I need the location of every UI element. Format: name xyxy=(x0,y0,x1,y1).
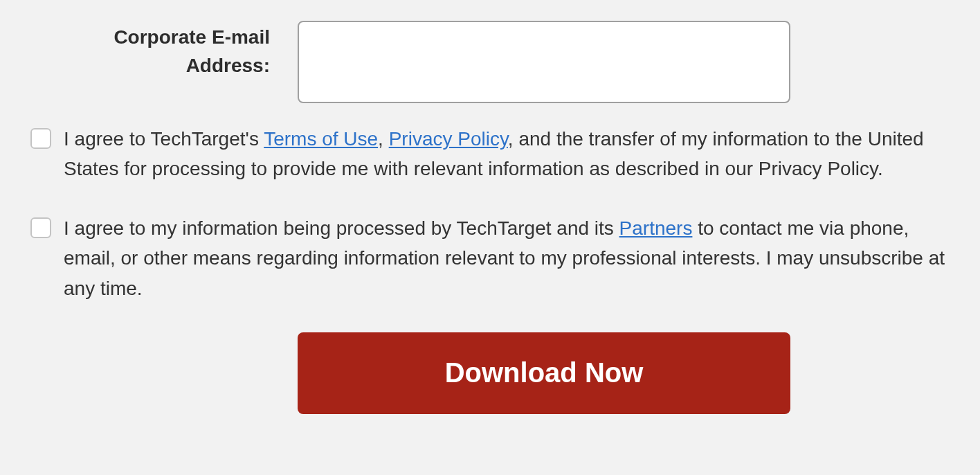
email-row: Corporate E-mail Address: xyxy=(30,21,950,103)
privacy-policy-link[interactable]: Privacy Policy xyxy=(389,128,508,150)
consent-terms-sep1: , xyxy=(378,128,389,150)
consent-terms-checkbox[interactable] xyxy=(30,128,51,149)
terms-of-use-link[interactable]: Terms of Use xyxy=(264,128,378,150)
email-label: Corporate E-mail Address: xyxy=(30,21,298,80)
email-input-wrapper xyxy=(298,21,790,103)
consent-partners-checkbox[interactable] xyxy=(30,217,51,238)
partners-link[interactable]: Partners xyxy=(619,217,693,239)
consent-terms-text: I agree to TechTarget's Terms of Use, Pr… xyxy=(64,124,950,184)
download-now-button[interactable]: Download Now xyxy=(298,332,790,414)
consent-partners-row: I agree to my information being processe… xyxy=(30,213,950,303)
consent-partners-pre: I agree to my information being processe… xyxy=(64,217,619,239)
consent-terms-row: I agree to TechTarget's Terms of Use, Pr… xyxy=(30,124,950,184)
consent-partners-text: I agree to my information being processe… xyxy=(64,213,950,303)
button-row: Download Now xyxy=(30,332,950,414)
consent-terms-pre: I agree to TechTarget's xyxy=(64,128,264,150)
email-field[interactable] xyxy=(298,21,790,103)
form-container: Corporate E-mail Address: I agree to Tec… xyxy=(0,0,980,414)
